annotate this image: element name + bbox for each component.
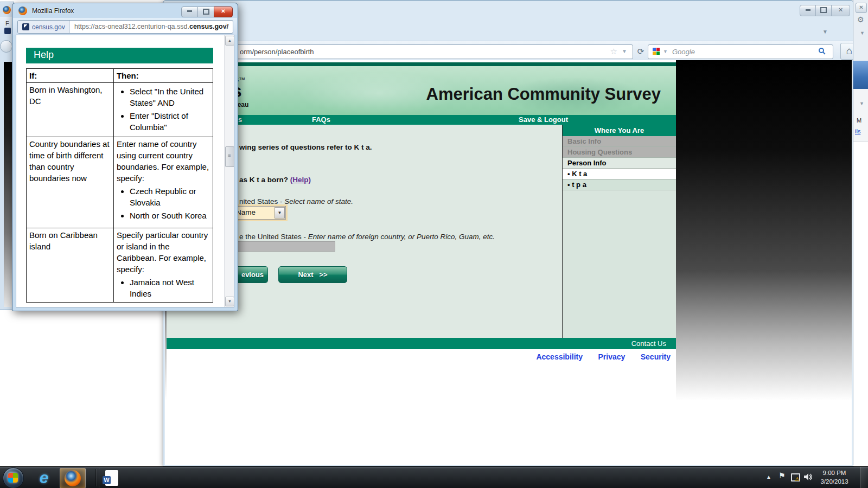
scroll-up-arrow[interactable]: ▲ [225, 36, 234, 46]
census-shield-icon [4, 28, 11, 34]
desktop: F ✕ ▼ orm/person/placeofbirth ☆ ▼ ⟳ ▼ Go… [0, 0, 868, 488]
sidebar-title: Where You Are [563, 125, 676, 136]
then-cell: Specify particular country or island in … [113, 228, 213, 303]
show-desktop-button[interactable] [860, 467, 868, 488]
minimize-button[interactable] [800, 5, 816, 16]
chevron-down-icon[interactable]: ▼ [859, 101, 864, 106]
chevron-down-icon[interactable]: ▼ [860, 30, 865, 36]
us-option-note: Select name of state. [284, 197, 353, 206]
volume-icon[interactable] [803, 472, 813, 484]
bullet-item: North or South Korea [130, 210, 210, 221]
close-button[interactable]: ✕ [856, 3, 867, 13]
help-page-content: Help If: Then: Born in Washington, DC Se… [16, 35, 234, 307]
url-prefix: https://acs-oneal312.centurion-qa.ssd. [74, 23, 189, 30]
panel-fragment: ▼ M ils [853, 89, 868, 465]
bullet-item: Jamaica not West Indies [130, 277, 210, 299]
accessibility-link[interactable]: Accessibility [536, 352, 583, 361]
next-button[interactable]: Next >> [278, 266, 347, 283]
footer-links: Accessibility Privacy Security [167, 352, 671, 362]
background-window-sliver: ✕ ⚙ ▼ ▼ M ils [853, 0, 868, 465]
close-button[interactable]: ✕ [214, 7, 233, 17]
minimize-button[interactable] [181, 7, 198, 17]
minimize-icon [187, 10, 192, 12]
reload-icon[interactable]: ⟳ [635, 46, 646, 57]
minimize-icon [806, 9, 810, 11]
text-fragment: M [857, 117, 861, 124]
window-title: Mozilla Firefox [32, 7, 74, 15]
back-button[interactable] [0, 40, 12, 53]
search-icon[interactable] [818, 47, 826, 57]
foreign-country-input[interactable] [231, 241, 335, 252]
contact-us-link[interactable]: Contact Us [631, 338, 666, 349]
action-center-flag-icon[interactable]: ⚑ [778, 471, 786, 480]
acs-page-column: tates™ us Bureau American Community Surv… [167, 60, 676, 465]
state-select[interactable]: Name ▼ [233, 206, 286, 220]
main-browser-window: ✕ ▼ orm/person/placeofbirth ☆ ▼ ⟳ ▼ Goog… [163, 0, 854, 466]
sidebar-item-basic-info: Basic Info [563, 136, 676, 147]
bookmark-star-icon[interactable]: ☆ [610, 47, 617, 56]
nav-save-logout[interactable]: Save & Logout [519, 115, 568, 124]
tray-show-hidden-icons[interactable]: ▲ [766, 474, 771, 480]
table-row: Born on Caribbean island Specify particu… [27, 228, 213, 303]
where-you-are-sidebar: Where You Are Basic Info Housing Questio… [562, 125, 676, 338]
privacy-link[interactable]: Privacy [598, 352, 625, 361]
taskbar-word[interactable]: W [99, 468, 124, 487]
sidebar-item-person-info: Person Info [563, 158, 676, 169]
maximize-button[interactable] [815, 5, 832, 16]
firefox-icon [65, 470, 81, 486]
scrollbar-thumb[interactable] [225, 146, 234, 167]
bookmark-star-icon[interactable]: ☆ [222, 22, 229, 30]
windows-flag-icon [8, 473, 18, 483]
then-bullets: Jamaica not West Indies [117, 277, 210, 299]
maximize-icon [203, 9, 209, 15]
security-link[interactable]: Security [641, 352, 671, 361]
search-box[interactable]: ▼ Google [648, 44, 833, 59]
taskbar-internet-explorer[interactable]: e [31, 468, 56, 487]
acs-footer-bar: Contact Us [167, 338, 676, 349]
internet-explorer-icon: e [40, 470, 49, 486]
then-cell: Enter name of country using current coun… [113, 137, 213, 228]
chevron-down-icon[interactable]: ▼ [275, 207, 285, 219]
word-icon: W [105, 470, 118, 486]
start-button[interactable] [3, 467, 24, 488]
taskbar-firefox-active[interactable] [60, 468, 86, 488]
scrollbar[interactable]: ▲ ▼ [224, 35, 234, 307]
help-popup-window: Mozilla Firefox ✕ census.gov https://acs… [12, 3, 238, 311]
link-fragment[interactable]: ils [855, 128, 860, 134]
outside-option-fragment: e the United States - [239, 233, 308, 241]
if-cell: Born in Washington, DC [27, 83, 114, 137]
url-text-fragment: F [5, 20, 9, 27]
close-button[interactable]: ✕ [831, 5, 850, 16]
chevron-down-icon[interactable]: ▼ [822, 29, 828, 35]
then-intro: Enter name of country using current coun… [117, 139, 209, 183]
if-cell: Country boundaries at time of birth diff… [27, 137, 114, 228]
gear-icon[interactable]: ⚙ [857, 15, 864, 24]
chevron-down-icon[interactable]: ▼ [622, 48, 627, 54]
identity-label: census.gov [32, 23, 65, 31]
outside-option-label: e the United States - Enter name of fore… [239, 233, 495, 241]
nav-faqs[interactable]: FAQs [312, 115, 330, 124]
navigation-toolbar: orm/person/placeofbirth ☆ ▼ ⟳ ▼ Google ⌂ [164, 41, 853, 61]
help-link[interactable]: (Help) [290, 176, 311, 184]
scroll-down-arrow[interactable]: ▼ [225, 297, 234, 306]
outside-option-note: Enter name of foreign country, or Puerto… [308, 233, 495, 241]
taskbar-divider [95, 469, 96, 486]
chevron-down-icon[interactable]: ▼ [663, 49, 668, 54]
maximize-button[interactable] [197, 7, 214, 17]
firefox-icon [18, 7, 27, 15]
table-header-row: If: Then: [27, 69, 213, 83]
previous-button[interactable]: evious [238, 266, 268, 283]
taskbar-clock[interactable]: 9:00 PM 3/20/2013 [813, 468, 856, 486]
site-identity-block[interactable]: census.gov [18, 21, 70, 33]
search-placeholder: Google [672, 45, 695, 59]
acs-nav-bar: ns FAQs Save & Logout [167, 115, 676, 125]
table-row: Born in Washington, DC Select "In the Un… [27, 83, 213, 137]
clock-time: 9:00 PM [813, 468, 856, 477]
url-toolbar: census.gov https://acs-oneal312.centurio… [13, 18, 237, 35]
url-bar[interactable]: census.gov https://acs-oneal312.centurio… [17, 20, 233, 34]
sidebar-item-k-t-a[interactable]: • K t a [563, 169, 676, 179]
sidebar-item-t-p-a[interactable]: • t p a [563, 179, 676, 190]
banner-top-strip [167, 62, 676, 66]
then-bullets: Select "In the United States" AND Enter … [117, 86, 210, 133]
network-icon[interactable]: ⚠ [791, 473, 800, 481]
